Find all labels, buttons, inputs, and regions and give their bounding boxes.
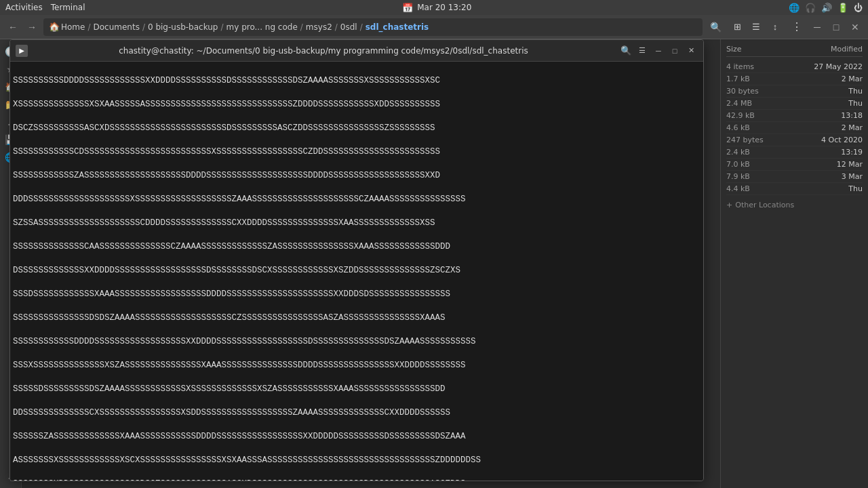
item-date: 2 Mar <box>842 123 863 132</box>
breadcrumb: 🏠 Home / Documents / 0 big-usb-backup / … <box>43 18 703 36</box>
item-date: 4 Oct 2020 <box>821 136 863 144</box>
item-size: 2.4 kB <box>726 148 750 157</box>
item-size: 4.4 kB <box>726 184 750 193</box>
nav-back-button[interactable]: ← <box>5 20 20 35</box>
add-label: Other Locations <box>735 201 794 209</box>
term-line-5: DDDSSSSSSSSSSSSSSSSSSSSXSSSSSSSSSSSSSSSS… <box>13 194 701 206</box>
add-location-button[interactable]: + Other Locations <box>726 201 863 209</box>
terminal-output: SSSSSSSSSSDDDDSSSSSSSSSSSSXXDDDDSSSSSSSS… <box>10 62 703 481</box>
right-panel-item: 2.4 kB13:19 <box>726 146 863 159</box>
calendar-icon: 📅 <box>402 3 413 13</box>
item-size: 7.9 kB <box>726 172 750 181</box>
right-panel-items: 4 items27 May 20221.7 kB2 Mar30 bytesThu… <box>726 61 863 195</box>
breadcrumb-osdl[interactable]: 0sdl <box>340 22 357 32</box>
item-date: 3 Mar <box>842 172 863 181</box>
right-panel-item: 4 items27 May 2022 <box>726 61 863 73</box>
right-panel-item: 2.4 MBThu <box>726 98 863 110</box>
item-date: 13:19 <box>841 148 863 157</box>
right-panel-item: 247 bytes4 Oct 2020 <box>726 134 863 146</box>
term-line-2: DSCZSSSSSSSSSSASCXDSSSSSSSSSSSSSSSSSSSSS… <box>13 123 701 135</box>
grid-view-button[interactable]: ⊞ <box>728 18 746 36</box>
breadcrumb-documents[interactable]: Documents <box>93 22 139 32</box>
term-line-16: ASSSSSSSXSSSSSSSSSSSSXSCXSSSSSSSSSSSSSSS… <box>13 455 701 467</box>
term-line-17: SSSSSSSSXDDSSSSSSSSSSSSSSDSCZSSSSSSSSSSS… <box>13 479 701 481</box>
window-min-button[interactable]: ─ <box>810 20 825 35</box>
term-line-11: SSSSSSSSSSSSDDDDSSSSSSSSSSSSSSSSSSXXDDDD… <box>13 336 701 348</box>
terminal-minimize-button[interactable]: ─ <box>652 44 665 58</box>
battery-icon: 🔋 <box>837 3 848 13</box>
menu-button[interactable]: ⋮ <box>788 18 806 36</box>
item-size: 7.0 kB <box>726 160 750 169</box>
term-line-7: SSSSSSSSSSSSSSCAASSSSSSSSSSSSSSCZAAAASSS… <box>13 241 701 253</box>
terminal-window: ▶ chastity@chastity: ~/Documents/0 big-u… <box>9 39 704 481</box>
right-panel-item: 7.9 kB3 Mar <box>726 171 863 183</box>
breadcrumb-home[interactable]: Home <box>61 22 85 32</box>
system-bar-center: 📅 Mar 20 13:20 <box>402 3 471 13</box>
nav-forward-button[interactable]: → <box>24 20 39 35</box>
item-date: Thu <box>848 99 863 108</box>
terminal-titlebar: ▶ chastity@chastity: ~/Documents/0 big-u… <box>10 40 703 62</box>
terminal-search-button[interactable]: 🔍 <box>619 44 633 58</box>
breadcrumb-active[interactable]: sdl_chastetris <box>366 22 429 32</box>
right-panel: Size Modified 4 items27 May 20221.7 kB2 … <box>720 39 868 488</box>
term-line-12: SSSXSSSSSSSSSSSSSSXSZASSSSSSSSSSSSSSSXAA… <box>13 360 701 372</box>
power-icon[interactable]: ⏻ <box>854 3 863 13</box>
item-size: 30 bytes <box>726 87 759 96</box>
right-panel-item: 4.6 kB2 Mar <box>726 122 863 134</box>
right-panel-item: 4.4 kBThu <box>726 183 863 195</box>
breadcrumb-msys2[interactable]: msys2 <box>306 22 332 32</box>
datetime: Mar 20 13:20 <box>417 3 471 12</box>
system-bar: Activities Terminal 📅 Mar 20 13:20 🌐 🎧 🔊… <box>0 0 868 15</box>
item-date: 2 Mar <box>842 75 863 83</box>
term-line-10: SSSSSSSSSSSSSSSDSDSZAAAASSSSSSSSSSSSSSSS… <box>13 312 701 325</box>
network-icon: 🌐 <box>789 3 800 13</box>
term-line-3: SSSSSSSSSSSSCDSSSSSSSSSSSSSSSSSSSSSSSSSX… <box>13 146 701 159</box>
term-line-1: XSSSSSSSSSSSSSSXSXAASSSSSASSSSSSSSSSSSSS… <box>13 99 701 111</box>
size-col-header: Size <box>726 45 742 54</box>
item-size: 4.6 kB <box>726 123 750 132</box>
term-line-4: SSSSSSSSSSSSZASSSSSSSSSSSSSSSSSSSSDDDDSS… <box>13 170 701 182</box>
modified-col-header: Modified <box>831 45 863 54</box>
term-line-14: DDSSSSSSSSSSSSSCXSSSSSSSSSSSSSSSSXSDDSSS… <box>13 407 701 420</box>
terminal-close-button[interactable]: ✕ <box>684 44 698 58</box>
item-date: 12 Mar <box>837 160 863 169</box>
right-panel-item: 7.0 kB12 Mar <box>726 159 863 171</box>
item-date: Thu <box>848 184 863 193</box>
headphones-icon: 🎧 <box>805 3 816 13</box>
terminal-controls: 🔍 ☰ ─ □ ✕ <box>619 44 698 58</box>
item-date: 27 May 2022 <box>814 62 863 71</box>
window-max-button[interactable]: □ <box>829 20 844 35</box>
right-panel-item: 1.7 kB2 Mar <box>726 73 863 85</box>
sort-button[interactable]: ↕ <box>766 18 784 36</box>
terminal-label[interactable]: Terminal <box>51 3 85 12</box>
terminal-body[interactable]: SSSSSSSSSSDDDDSSSSSSSSSSSSXXDDDDSSSSSSSS… <box>10 62 703 481</box>
item-size: 42.9 kB <box>726 111 755 120</box>
list-view-button[interactable]: ☰ <box>747 18 765 36</box>
activities-label[interactable]: Activities <box>5 3 43 12</box>
main-content: 🕐 ★ 🏠 📁 ♪ 💾 🌐 ＋ ▶ chastity@chastity: ~/D… <box>0 39 868 488</box>
terminal-title-left: ▶ <box>16 45 28 57</box>
volume-icon: 🔊 <box>821 3 832 13</box>
item-date: Thu <box>848 87 863 96</box>
breadcrumb-code[interactable]: my pro... ng code <box>226 22 298 32</box>
item-size: 4 items <box>726 62 754 71</box>
window-close-button[interactable]: ✕ <box>848 20 863 35</box>
terminal-title: chastity@chastity: ~/Documents/0 big-usb… <box>28 46 619 56</box>
item-size: 2.4 MB <box>726 99 752 108</box>
right-panel-item: 42.9 kB13:18 <box>726 110 863 122</box>
view-buttons: ⊞ ☰ ↕ <box>728 18 784 36</box>
breadcrumb-backup[interactable]: 0 big-usb-backup <box>148 22 218 32</box>
term-line-9: SSSDSSSSSSSSSSSSXAAASSSSSSSSSSSSSSSSSSDD… <box>13 289 701 301</box>
terminal-menu-button[interactable]: ☰ <box>635 44 649 58</box>
home-folder-icon: 🏠 <box>49 22 60 32</box>
search-button[interactable]: 🔍 <box>707 18 724 36</box>
item-date: 13:18 <box>841 111 863 120</box>
right-panel-item: 30 bytesThu <box>726 85 863 98</box>
term-line-6: SZSSASSSSSSSSSSSSSSSSSSSSCDDDDSSSSSSSSSS… <box>13 218 701 230</box>
item-size: 1.7 kB <box>726 75 750 83</box>
add-icon: + <box>726 201 732 209</box>
terminal-app-icon: ▶ <box>16 45 28 57</box>
right-panel-header: Size Modified <box>726 45 863 57</box>
terminal-maximize-button[interactable]: □ <box>668 44 682 58</box>
system-bar-left: Activities Terminal <box>5 3 85 12</box>
